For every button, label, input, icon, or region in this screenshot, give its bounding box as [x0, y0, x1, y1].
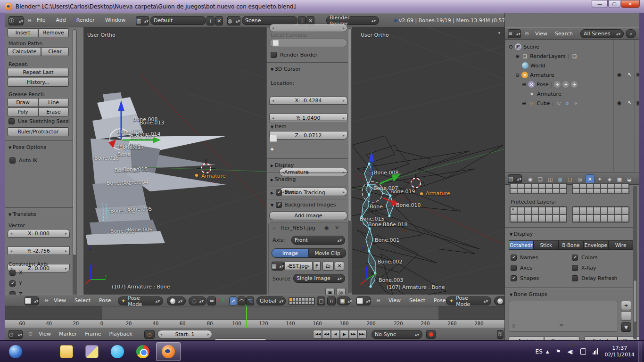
history-button[interactable]: History...	[8, 78, 69, 87]
select-button[interactable]: Select	[584, 337, 618, 340]
pivot-select[interactable]: ◌▲▼	[189, 296, 206, 305]
orientation-select[interactable]: Global▲▼	[256, 296, 286, 305]
bone-groups-list[interactable]: ⊕ =	[509, 301, 618, 332]
source-select[interactable]: Single Image▲▼	[293, 274, 345, 283]
viewport-shading-select[interactable]: ▲▼	[167, 296, 186, 305]
translate-header[interactable]: Translate	[8, 211, 36, 217]
viewport-right[interactable]	[352, 27, 504, 295]
insert-keyframe-icon[interactable]: ⚿	[497, 330, 504, 339]
language-indicator[interactable]: ES	[536, 348, 543, 355]
taskbar-app-button[interactable]	[80, 342, 104, 361]
properties-tab[interactable]	[605, 174, 614, 184]
properties-tab[interactable]	[565, 174, 575, 184]
remove-group-button[interactable]: −	[621, 311, 631, 321]
outliner-row-pose[interactable]: ⊕ ✕ Pose | ✦ ✦ ✦	[522, 80, 578, 89]
local-camera-field[interactable]: ⬜	[269, 39, 347, 47]
menu-item[interactable]: View	[54, 297, 66, 304]
taskbar-app-button[interactable]	[156, 342, 181, 361]
collapse-minus-icon[interactable]: ⊖	[515, 72, 520, 78]
display-mode-toggle[interactable]: Wire	[608, 240, 633, 250]
image-datablock-icon[interactable]: ▦▲▼	[272, 262, 284, 271]
display-checkbox[interactable]: Shapes	[511, 275, 539, 281]
menu-item[interactable]: View	[535, 31, 547, 37]
properties-tab[interactable]	[555, 174, 565, 184]
translate-x-slider[interactable]: X: 0.000	[8, 229, 70, 238]
render-border-checkbox[interactable]: Render Border	[271, 52, 318, 58]
translate-manipulator-icon[interactable]: ➚	[229, 296, 237, 305]
bone-label[interactable]: Bone.018	[94, 155, 119, 161]
close-button[interactable]: ✕	[621, 0, 640, 8]
bone-label[interactable]: Bone.015	[123, 166, 148, 173]
layers-grid[interactable]	[572, 183, 629, 194]
3d-cursor-header[interactable]: 3D Cursor	[271, 66, 301, 72]
bone-label[interactable]: Bone.010	[396, 202, 421, 208]
menu-item[interactable]: Window	[105, 17, 125, 23]
bone-label[interactable]: Bone.018	[383, 222, 408, 228]
unlink-icon[interactable]: ✕	[335, 262, 344, 271]
network-icon[interactable]	[593, 348, 598, 354]
snap-magnet-icon[interactable]: ∩	[327, 296, 336, 305]
remove-image-icon[interactable]: ✕	[335, 225, 339, 231]
record-button[interactable]	[426, 330, 436, 339]
playhead[interactable]	[246, 306, 247, 328]
npanel-scrollbar[interactable]	[348, 28, 352, 293]
npanel-toggle-icon[interactable]: ◂	[498, 30, 500, 35]
protected-layers-grid[interactable]	[510, 206, 567, 222]
camera-restrict-icon[interactable]: ▣	[636, 72, 639, 78]
display-checkbox[interactable]: Delay Refresh	[572, 275, 618, 281]
assign-button[interactable]: Assign	[509, 337, 544, 340]
layers-grid[interactable]	[510, 183, 567, 194]
taskbar-app-button[interactable]	[105, 342, 130, 361]
expand-plus-icon[interactable]: ⊕	[522, 100, 526, 107]
armature-object-label[interactable]: Armature	[201, 173, 226, 179]
gp-erase-button[interactable]: Erase	[38, 107, 69, 116]
playback-button[interactable]	[331, 330, 340, 338]
taskbar-app-button[interactable]	[29, 342, 53, 361]
scale-manipulator-icon[interactable]: ◹	[246, 296, 254, 305]
properties-tab[interactable]	[536, 174, 545, 184]
display-checkbox[interactable]: Colors	[572, 255, 618, 261]
add-layout-icon[interactable]: +	[206, 16, 215, 25]
outliner-row-scene[interactable]: ⊖ ◩ Scene	[509, 42, 539, 51]
bone-label[interactable]: Bone.013	[140, 120, 165, 126]
bone-label[interactable]: Bone.001	[375, 237, 400, 243]
cursor-z-slider[interactable]: Z: -0.0712	[269, 131, 347, 140]
playback-button[interactable]	[349, 330, 358, 338]
image-toggle[interactable]: Image	[272, 248, 309, 258]
preview-range-clock-icon[interactable]: ◷	[144, 330, 155, 339]
camera-restrict-icon[interactable]: ▣	[636, 100, 639, 106]
collapse-minus-icon[interactable]: ⊖	[509, 44, 513, 50]
outliner-row-renderlayers[interactable]: ⊕ ❏ RenderLayers |❏	[515, 52, 578, 60]
gp-poly-button[interactable]: Poly	[8, 107, 38, 116]
display-mode-toggle[interactable]: Stick	[534, 240, 559, 250]
editor-type-3dview-icon[interactable]: ⬜▲▼	[25, 296, 39, 305]
display-checkbox[interactable]: Axes	[511, 265, 539, 271]
playback-button[interactable]	[322, 330, 331, 338]
expand-plus-icon[interactable]: ⊕	[515, 53, 520, 59]
display-mode-toggle[interactable]: Octahedr	[509, 240, 534, 250]
bone-label[interactable]: Bone.003	[379, 277, 404, 283]
toolshelf-scrollbar[interactable]	[73, 29, 77, 304]
playback-button[interactable]	[340, 330, 349, 338]
collapse-icon[interactable]: ⊖	[27, 17, 32, 24]
layers-grid-a[interactable]	[289, 297, 315, 305]
properties-tab[interactable]	[575, 174, 585, 184]
menu-item[interactable]: View	[388, 297, 401, 304]
clear-button[interactable]: Clear	[41, 47, 69, 56]
taskbar-app-button[interactable]	[131, 342, 155, 361]
fake-user-button[interactable]: F	[313, 262, 321, 271]
expand-plus-icon[interactable]: ⊕	[522, 82, 526, 88]
eye-icon[interactable]: ◉	[324, 225, 329, 231]
menu-item[interactable]: Playback	[109, 331, 132, 337]
display-panel-header[interactable]: Display	[271, 162, 294, 168]
manipulator-toggle-icon[interactable]: ⇔	[207, 296, 216, 305]
auto-ik-checkbox[interactable]: Auto IK	[9, 157, 38, 164]
menu-item[interactable]: Render	[76, 17, 95, 23]
add-group-button[interactable]: +	[621, 301, 631, 310]
axis-select[interactable]: Front▲▼	[291, 236, 345, 245]
calculate-button[interactable]: Calculate	[8, 47, 41, 56]
translate-y-slider[interactable]: Y: -2.756	[8, 247, 70, 255]
playback-button[interactable]	[313, 330, 322, 338]
search-icon[interactable]: ⌕	[626, 29, 636, 38]
bone-label[interactable]: Bone.006	[128, 227, 153, 233]
